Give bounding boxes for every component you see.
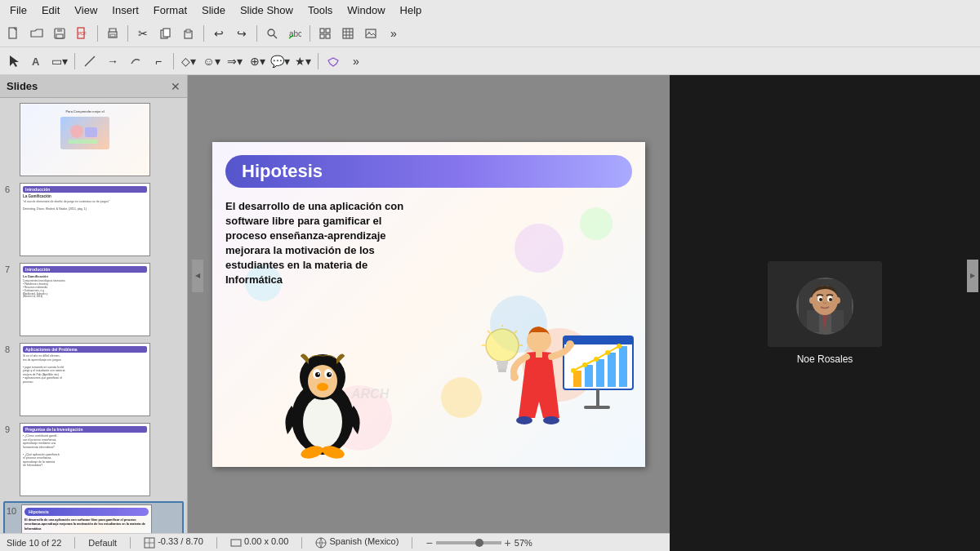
new-button[interactable] — [3, 23, 24, 44]
svg-rect-18 — [326, 34, 330, 38]
slide-number-7: 7 — [5, 263, 16, 274]
text-tool[interactable]: A — [26, 51, 47, 72]
status-sep-5 — [412, 537, 412, 549]
block-arrows-tool[interactable]: ⇒▾ — [224, 51, 245, 72]
participant-name: Noe Rosales — [797, 353, 853, 365]
flowchart-tool[interactable]: ⊕▾ — [247, 51, 268, 72]
menu-edit[interactable]: Edit — [35, 2, 66, 18]
impress-content: Slides ✕ Para Comprender mejor el — [0, 75, 670, 533]
coord-value: -0.33 / 8.70 — [158, 536, 203, 546]
symbol-shapes-tool[interactable]: ☺▾ — [201, 51, 222, 72]
svg-rect-2 — [57, 29, 62, 32]
menu-insert[interactable]: Insert — [105, 2, 145, 18]
status-sep-3 — [216, 537, 217, 549]
menu-format[interactable]: Format — [147, 2, 194, 18]
svg-rect-30 — [69, 140, 97, 144]
toolbar-sep-3 — [203, 25, 204, 42]
connector-tool[interactable]: ⌐ — [148, 51, 169, 72]
menu-view[interactable]: View — [68, 2, 104, 18]
zoom-minus[interactable]: − — [425, 536, 432, 549]
slide-thumb-8: Aplicaciones del Problema Si en el año e… — [20, 343, 150, 416]
image-button[interactable] — [360, 23, 381, 44]
slide-item-8[interactable]: 8 Aplicaciones del Problema Si en el año… — [3, 341, 184, 418]
svg-rect-11 — [186, 29, 190, 33]
slide-item-5[interactable]: Para Comprender mejor el — [3, 101, 184, 178]
svg-rect-29 — [85, 127, 97, 137]
cut-button[interactable]: ✂ — [132, 23, 154, 44]
line-tool[interactable] — [79, 51, 100, 72]
toolbar-main: PDF ✂ ↩ ↪ abc » — [0, 20, 980, 47]
callout-tool[interactable]: 💬▾ — [270, 51, 291, 72]
find-button[interactable] — [261, 23, 283, 44]
participant-avatar — [796, 278, 853, 335]
zoom-plus[interactable]: + — [505, 536, 511, 549]
slides-panel-title: Slides — [7, 80, 38, 92]
slide-number-9: 9 — [5, 423, 16, 434]
slides-panel-close[interactable]: ✕ — [171, 80, 180, 93]
table-button[interactable] — [337, 23, 359, 44]
menu-window[interactable]: Window — [341, 2, 391, 18]
stars-tool[interactable]: ★▾ — [292, 51, 314, 72]
svg-point-39 — [318, 373, 319, 375]
slides-panel: Slides ✕ Para Comprender mejor el — [0, 75, 188, 533]
toolbar-sep-7 — [173, 53, 174, 69]
svg-point-87 — [819, 298, 822, 301]
freeform-tool[interactable] — [125, 51, 146, 72]
svg-point-89 — [809, 297, 814, 304]
svg-point-28 — [70, 125, 83, 138]
svg-rect-17 — [320, 34, 324, 38]
slide-item-9[interactable]: 9 Preguntas de la Investigación • ¿Cómo … — [3, 421, 184, 498]
redo-button[interactable]: ↪ — [231, 23, 252, 44]
language-value: Spanish (Mexico) — [329, 536, 399, 546]
zoom-slider[interactable] — [436, 541, 501, 544]
slide-canvas: Hipotesis El desarrollo de una aplicació… — [212, 142, 645, 467]
arrow-tool[interactable]: → — [102, 51, 123, 72]
slide-item-6[interactable]: 6 Introducción La Gamificación "el uso d… — [3, 181, 184, 258]
svg-rect-24 — [366, 29, 376, 38]
menu-file[interactable]: File — [3, 2, 33, 18]
menu-slide[interactable]: Slide — [195, 2, 232, 18]
deco-circle-4 — [580, 207, 612, 240]
toolbar-sep-5 — [310, 25, 310, 42]
menu-help[interactable]: Help — [394, 2, 429, 18]
shapes-dropdown[interactable]: ▭▾ — [49, 51, 70, 72]
svg-line-52 — [488, 331, 491, 334]
svg-rect-66 — [584, 406, 610, 409]
svg-rect-56 — [585, 365, 593, 387]
toolbar-sep-1 — [97, 25, 98, 42]
slide-background: Hipotesis El desarrollo de una aplicació… — [212, 142, 645, 467]
svg-rect-7 — [110, 34, 115, 37]
copy-button[interactable] — [155, 23, 176, 44]
undo-button[interactable]: ↩ — [208, 23, 229, 44]
slide-scroll-left[interactable]: ◀ — [192, 260, 203, 292]
3d-tool[interactable] — [323, 51, 344, 72]
tux-penguin — [278, 353, 368, 459]
slide-thumb-5: Para Comprender mejor el — [20, 103, 150, 176]
more-button[interactable]: » — [383, 23, 404, 44]
svg-point-71 — [516, 416, 532, 424]
svg-rect-47 — [498, 369, 506, 372]
language: Spanish (Mexico) — [315, 536, 399, 548]
spellcheck-button[interactable]: abc — [284, 23, 305, 44]
slide-item-10[interactable]: 10 Hipotesis El desarrollo de una aplica… — [3, 501, 184, 533]
menu-tools[interactable]: Tools — [301, 2, 339, 18]
menu-slideshow[interactable]: Slide Show — [234, 2, 300, 18]
open-button[interactable] — [26, 23, 47, 44]
pdf-button[interactable]: PDF — [72, 23, 93, 44]
save-button[interactable] — [49, 23, 70, 44]
deco-circle-5 — [514, 224, 564, 273]
paste-button[interactable] — [178, 23, 199, 44]
toolbar-area: PDF ✂ ↩ ↪ abc » — [0, 20, 980, 75]
slide-item-7[interactable]: 7 Introducción La Gamificación Component… — [3, 261, 184, 338]
pointer-tool[interactable] — [3, 51, 24, 72]
svg-rect-57 — [596, 359, 604, 387]
print-button[interactable] — [102, 23, 123, 44]
more-drawing-button[interactable]: » — [345, 51, 367, 72]
grid-button[interactable] — [314, 23, 336, 44]
slide-canvas-area: ◀ ▶ — [188, 75, 670, 533]
slide-info: Slide 10 of 22 — [7, 538, 61, 548]
slide-title: Hipotesis — [242, 161, 323, 182]
svg-line-27 — [85, 56, 95, 66]
svg-rect-16 — [326, 29, 330, 33]
basic-shapes-tool[interactable]: ◇▾ — [178, 51, 199, 72]
